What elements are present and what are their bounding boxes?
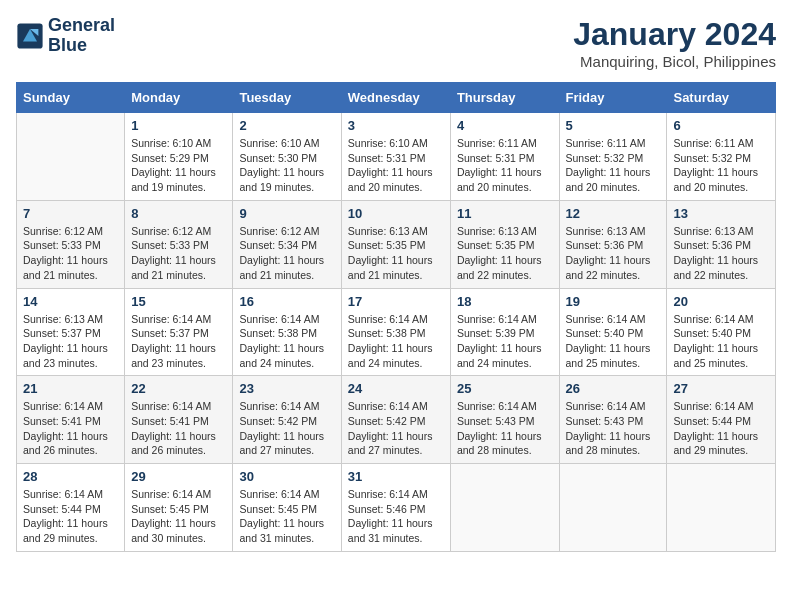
day-info: Sunrise: 6:13 AM Sunset: 5:36 PM Dayligh… — [566, 224, 661, 283]
day-info: Sunrise: 6:14 AM Sunset: 5:46 PM Dayligh… — [348, 487, 444, 546]
day-info: Sunrise: 6:14 AM Sunset: 5:43 PM Dayligh… — [566, 399, 661, 458]
header-cell-wednesday: Wednesday — [341, 83, 450, 113]
day-info: Sunrise: 6:14 AM Sunset: 5:42 PM Dayligh… — [239, 399, 334, 458]
day-info: Sunrise: 6:14 AM Sunset: 5:41 PM Dayligh… — [131, 399, 226, 458]
day-info: Sunrise: 6:12 AM Sunset: 5:34 PM Dayligh… — [239, 224, 334, 283]
calendar-title: January 2024 — [573, 16, 776, 53]
day-number: 17 — [348, 294, 444, 309]
day-number: 4 — [457, 118, 553, 133]
week-row-2: 7Sunrise: 6:12 AM Sunset: 5:33 PM Daylig… — [17, 200, 776, 288]
day-number: 26 — [566, 381, 661, 396]
day-info: Sunrise: 6:14 AM Sunset: 5:45 PM Dayligh… — [131, 487, 226, 546]
day-cell: 28Sunrise: 6:14 AM Sunset: 5:44 PM Dayli… — [17, 464, 125, 552]
day-number: 11 — [457, 206, 553, 221]
day-number: 16 — [239, 294, 334, 309]
day-cell: 25Sunrise: 6:14 AM Sunset: 5:43 PM Dayli… — [450, 376, 559, 464]
day-cell: 19Sunrise: 6:14 AM Sunset: 5:40 PM Dayli… — [559, 288, 667, 376]
day-info: Sunrise: 6:14 AM Sunset: 5:44 PM Dayligh… — [673, 399, 769, 458]
header-cell-sunday: Sunday — [17, 83, 125, 113]
day-number: 19 — [566, 294, 661, 309]
day-info: Sunrise: 6:13 AM Sunset: 5:35 PM Dayligh… — [348, 224, 444, 283]
day-number: 29 — [131, 469, 226, 484]
day-number: 20 — [673, 294, 769, 309]
day-number: 15 — [131, 294, 226, 309]
day-info: Sunrise: 6:11 AM Sunset: 5:32 PM Dayligh… — [673, 136, 769, 195]
day-cell: 26Sunrise: 6:14 AM Sunset: 5:43 PM Dayli… — [559, 376, 667, 464]
day-number: 6 — [673, 118, 769, 133]
day-cell: 22Sunrise: 6:14 AM Sunset: 5:41 PM Dayli… — [125, 376, 233, 464]
logo-text: General Blue — [48, 16, 115, 56]
day-cell: 9Sunrise: 6:12 AM Sunset: 5:34 PM Daylig… — [233, 200, 341, 288]
day-cell — [667, 464, 776, 552]
calendar-header: SundayMondayTuesdayWednesdayThursdayFrid… — [17, 83, 776, 113]
day-info: Sunrise: 6:10 AM Sunset: 5:30 PM Dayligh… — [239, 136, 334, 195]
day-info: Sunrise: 6:11 AM Sunset: 5:32 PM Dayligh… — [566, 136, 661, 195]
header-cell-thursday: Thursday — [450, 83, 559, 113]
day-number: 2 — [239, 118, 334, 133]
day-cell — [450, 464, 559, 552]
day-cell: 20Sunrise: 6:14 AM Sunset: 5:40 PM Dayli… — [667, 288, 776, 376]
day-number: 22 — [131, 381, 226, 396]
day-cell: 6Sunrise: 6:11 AM Sunset: 5:32 PM Daylig… — [667, 113, 776, 201]
calendar-table: SundayMondayTuesdayWednesdayThursdayFrid… — [16, 82, 776, 552]
day-cell: 1Sunrise: 6:10 AM Sunset: 5:29 PM Daylig… — [125, 113, 233, 201]
day-info: Sunrise: 6:14 AM Sunset: 5:42 PM Dayligh… — [348, 399, 444, 458]
day-number: 7 — [23, 206, 118, 221]
day-info: Sunrise: 6:14 AM Sunset: 5:40 PM Dayligh… — [673, 312, 769, 371]
day-info: Sunrise: 6:14 AM Sunset: 5:44 PM Dayligh… — [23, 487, 118, 546]
calendar-body: 1Sunrise: 6:10 AM Sunset: 5:29 PM Daylig… — [17, 113, 776, 552]
day-info: Sunrise: 6:10 AM Sunset: 5:29 PM Dayligh… — [131, 136, 226, 195]
day-cell: 7Sunrise: 6:12 AM Sunset: 5:33 PM Daylig… — [17, 200, 125, 288]
day-cell: 23Sunrise: 6:14 AM Sunset: 5:42 PM Dayli… — [233, 376, 341, 464]
day-info: Sunrise: 6:14 AM Sunset: 5:43 PM Dayligh… — [457, 399, 553, 458]
day-number: 5 — [566, 118, 661, 133]
day-cell: 14Sunrise: 6:13 AM Sunset: 5:37 PM Dayli… — [17, 288, 125, 376]
header-cell-tuesday: Tuesday — [233, 83, 341, 113]
day-cell: 21Sunrise: 6:14 AM Sunset: 5:41 PM Dayli… — [17, 376, 125, 464]
day-cell — [559, 464, 667, 552]
day-number: 9 — [239, 206, 334, 221]
header-cell-monday: Monday — [125, 83, 233, 113]
day-number: 3 — [348, 118, 444, 133]
day-number: 12 — [566, 206, 661, 221]
day-cell: 5Sunrise: 6:11 AM Sunset: 5:32 PM Daylig… — [559, 113, 667, 201]
day-cell: 2Sunrise: 6:10 AM Sunset: 5:30 PM Daylig… — [233, 113, 341, 201]
day-number: 25 — [457, 381, 553, 396]
day-cell: 17Sunrise: 6:14 AM Sunset: 5:38 PM Dayli… — [341, 288, 450, 376]
day-cell: 10Sunrise: 6:13 AM Sunset: 5:35 PM Dayli… — [341, 200, 450, 288]
logo[interactable]: General Blue — [16, 16, 115, 56]
day-number: 14 — [23, 294, 118, 309]
day-cell: 27Sunrise: 6:14 AM Sunset: 5:44 PM Dayli… — [667, 376, 776, 464]
day-info: Sunrise: 6:10 AM Sunset: 5:31 PM Dayligh… — [348, 136, 444, 195]
day-info: Sunrise: 6:11 AM Sunset: 5:31 PM Dayligh… — [457, 136, 553, 195]
day-number: 18 — [457, 294, 553, 309]
day-number: 10 — [348, 206, 444, 221]
day-info: Sunrise: 6:12 AM Sunset: 5:33 PM Dayligh… — [23, 224, 118, 283]
day-info: Sunrise: 6:13 AM Sunset: 5:35 PM Dayligh… — [457, 224, 553, 283]
day-info: Sunrise: 6:14 AM Sunset: 5:39 PM Dayligh… — [457, 312, 553, 371]
day-number: 13 — [673, 206, 769, 221]
day-info: Sunrise: 6:12 AM Sunset: 5:33 PM Dayligh… — [131, 224, 226, 283]
week-row-1: 1Sunrise: 6:10 AM Sunset: 5:29 PM Daylig… — [17, 113, 776, 201]
day-cell: 16Sunrise: 6:14 AM Sunset: 5:38 PM Dayli… — [233, 288, 341, 376]
day-number: 27 — [673, 381, 769, 396]
day-cell: 8Sunrise: 6:12 AM Sunset: 5:33 PM Daylig… — [125, 200, 233, 288]
day-cell: 31Sunrise: 6:14 AM Sunset: 5:46 PM Dayli… — [341, 464, 450, 552]
day-info: Sunrise: 6:14 AM Sunset: 5:40 PM Dayligh… — [566, 312, 661, 371]
day-number: 8 — [131, 206, 226, 221]
day-cell: 13Sunrise: 6:13 AM Sunset: 5:36 PM Dayli… — [667, 200, 776, 288]
day-info: Sunrise: 6:14 AM Sunset: 5:38 PM Dayligh… — [348, 312, 444, 371]
day-cell: 4Sunrise: 6:11 AM Sunset: 5:31 PM Daylig… — [450, 113, 559, 201]
day-cell — [17, 113, 125, 201]
day-cell: 24Sunrise: 6:14 AM Sunset: 5:42 PM Dayli… — [341, 376, 450, 464]
week-row-4: 21Sunrise: 6:14 AM Sunset: 5:41 PM Dayli… — [17, 376, 776, 464]
day-info: Sunrise: 6:13 AM Sunset: 5:36 PM Dayligh… — [673, 224, 769, 283]
day-cell: 3Sunrise: 6:10 AM Sunset: 5:31 PM Daylig… — [341, 113, 450, 201]
day-cell: 12Sunrise: 6:13 AM Sunset: 5:36 PM Dayli… — [559, 200, 667, 288]
header-row: SundayMondayTuesdayWednesdayThursdayFrid… — [17, 83, 776, 113]
day-cell: 18Sunrise: 6:14 AM Sunset: 5:39 PM Dayli… — [450, 288, 559, 376]
day-number: 1 — [131, 118, 226, 133]
header-cell-friday: Friday — [559, 83, 667, 113]
logo-icon — [16, 22, 44, 50]
day-number: 23 — [239, 381, 334, 396]
